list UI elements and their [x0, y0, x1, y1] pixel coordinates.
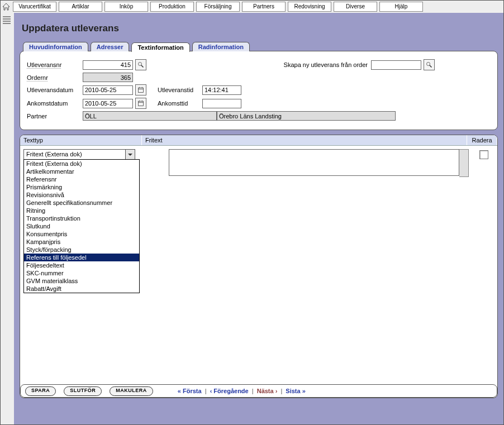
fritext-textarea[interactable]	[169, 149, 459, 176]
page-title: Uppdatera utleverans	[22, 23, 498, 34]
dropdown-option[interactable]: SKC-nummer	[24, 269, 139, 277]
input-utlevtid[interactable]	[202, 85, 241, 95]
dropdown-option[interactable]: Ritning	[24, 207, 139, 214]
search-icon	[137, 61, 144, 68]
tab-textinformation[interactable]: Textinformation	[131, 42, 189, 52]
input-ankdatum[interactable]	[83, 99, 133, 108]
svg-rect-4	[139, 88, 144, 92]
label-ordernr: Ordernr	[27, 74, 83, 81]
search-icon	[426, 61, 432, 68]
texttyp-dropdown-list[interactable]: Fritext (Externa dok)ArtikelkommentarRef…	[23, 159, 140, 293]
calendar-icon	[137, 87, 144, 93]
menu-artiklar[interactable]: Artiklar	[59, 2, 102, 12]
dropdown-option[interactable]: Kampanjpris	[24, 238, 139, 246]
dropdown-option[interactable]: Styck/förpacking	[24, 246, 139, 254]
fritext-cell	[169, 149, 464, 177]
home-icon[interactable]	[2, 2, 11, 11]
left-sidebar-strip	[1, 13, 15, 424]
svg-line-1	[141, 65, 144, 68]
menu-hjalp[interactable]: Hjälp	[379, 2, 423, 12]
menu-diverse[interactable]: Diverse	[334, 2, 377, 12]
datepicker-utlevdatum-button[interactable]	[135, 84, 146, 95]
dropdown-option[interactable]: Transportinstruktion	[24, 214, 139, 222]
nav-next: Nästa ›	[257, 388, 278, 394]
dropdown-option[interactable]: Referens till följesedel	[24, 254, 139, 261]
tab-radinformation[interactable]: Radinformation	[192, 42, 250, 51]
calendar-icon	[137, 100, 144, 107]
svg-rect-8	[139, 101, 144, 106]
dropdown-option[interactable]: Rabatt/Avgift	[24, 285, 139, 293]
lookup-neworder-button[interactable]	[424, 59, 435, 70]
dropdown-option[interactable]: Slutkund	[24, 222, 139, 230]
dropdown-option[interactable]: Prismärkning	[24, 183, 139, 191]
label-anktid: Ankomsttid	[158, 100, 202, 107]
nav-first[interactable]: « Första	[178, 388, 202, 394]
input-partner-name	[217, 111, 396, 121]
lookup-utleveransnr-button[interactable]	[135, 59, 146, 70]
label-utleveransnr: Utleveransnr	[27, 61, 83, 68]
menu-redovisning[interactable]: Redovisning	[288, 2, 331, 12]
label-utlevdatum: Utleveransdatum	[27, 87, 83, 93]
cancel-button[interactable]: MAKULERA	[110, 386, 153, 396]
input-ordernr	[83, 73, 133, 82]
footer-bar: SPARA SLUTFÖR MAKULERA « Första | ‹ Före…	[20, 384, 497, 398]
record-navigation: « Första | ‹ Föregående | Nästa › | Sist…	[178, 388, 306, 394]
input-utlevdatum[interactable]	[83, 85, 133, 95]
svg-line-3	[430, 65, 432, 68]
list-header: Texttyp Fritext Radera	[20, 135, 497, 146]
dropdown-option[interactable]: Följesedeltext	[24, 261, 139, 269]
menu-inkop[interactable]: Inköp	[104, 2, 148, 12]
input-anktid[interactable]	[202, 99, 241, 108]
grip-icon[interactable]	[3, 16, 11, 24]
label-neworder: Skapa ny utleverans från order	[284, 61, 368, 68]
list-panel: Texttyp Fritext Radera Fritext (Externa …	[20, 135, 498, 398]
delete-cell	[479, 150, 488, 159]
complete-button[interactable]: SLUTFÖR	[64, 386, 102, 396]
label-ankdatum: Ankomstdatum	[27, 100, 83, 107]
menu-produktion[interactable]: Produktion	[150, 2, 194, 12]
input-neworder[interactable]	[371, 60, 421, 70]
tab-adresser[interactable]: Adresser	[91, 42, 130, 51]
dropdown-option[interactable]: Referensnr	[24, 175, 139, 183]
fritext-scrollbar[interactable]	[459, 149, 469, 177]
delete-checkbox[interactable]	[479, 150, 488, 159]
label-utlevtid: Utleveranstid	[158, 87, 202, 93]
tab-huvudinformation[interactable]: Huvudinformation	[23, 42, 88, 51]
main-area: Uppdatera utleverans Huvudinformation Ad…	[14, 13, 503, 424]
save-button[interactable]: SPARA	[25, 386, 56, 396]
input-partner-code	[83, 111, 217, 121]
svg-point-0	[139, 63, 142, 66]
dropdown-option[interactable]: Artikelkommentar	[24, 168, 139, 175]
label-partner: Partner	[27, 113, 83, 120]
menu-partners[interactable]: Partners	[242, 2, 286, 12]
top-menu-bar: Varucertifikat Artiklar Inköp Produktion…	[1, 1, 503, 13]
dropdown-option[interactable]: Generellt specifikationsnummer	[24, 199, 139, 207]
svg-point-2	[427, 63, 430, 66]
dropdown-toggle-button[interactable]	[125, 150, 135, 160]
header-fritext: Fritext	[142, 135, 467, 145]
form-panel: Utleveransnr Skapa ny utleverans från or…	[20, 51, 498, 130]
datepicker-ankdatum-button[interactable]	[135, 98, 146, 109]
dropdown-option[interactable]: GVM materialklass	[24, 277, 139, 285]
dropdown-option[interactable]: Revisionsnivå	[24, 191, 139, 199]
texttyp-dropdown[interactable]: Fritext (Externa dok) Fritext (Externa d…	[23, 149, 135, 160]
texttyp-dropdown-value: Fritext (Externa dok)	[24, 150, 125, 160]
nav-prev[interactable]: ‹ Föregående	[210, 388, 249, 394]
menu-varucertifikat[interactable]: Varucertifikat	[13, 2, 56, 12]
dropdown-option[interactable]: Fritext (Externa dok)	[24, 160, 139, 168]
input-utleveransnr[interactable]	[83, 60, 133, 70]
chevron-down-icon	[128, 152, 132, 157]
header-radera: Radera	[467, 135, 497, 145]
list-body: Fritext (Externa dok) Fritext (Externa d…	[20, 146, 497, 164]
menu-forsaljning[interactable]: Försäljning	[196, 2, 240, 12]
header-texttyp: Texttyp	[20, 135, 142, 145]
dropdown-option[interactable]: Konsumentpris	[24, 230, 139, 238]
tab-strip: Huvudinformation Adresser Textinformatio…	[23, 42, 498, 51]
nav-last[interactable]: Sista »	[286, 388, 305, 394]
